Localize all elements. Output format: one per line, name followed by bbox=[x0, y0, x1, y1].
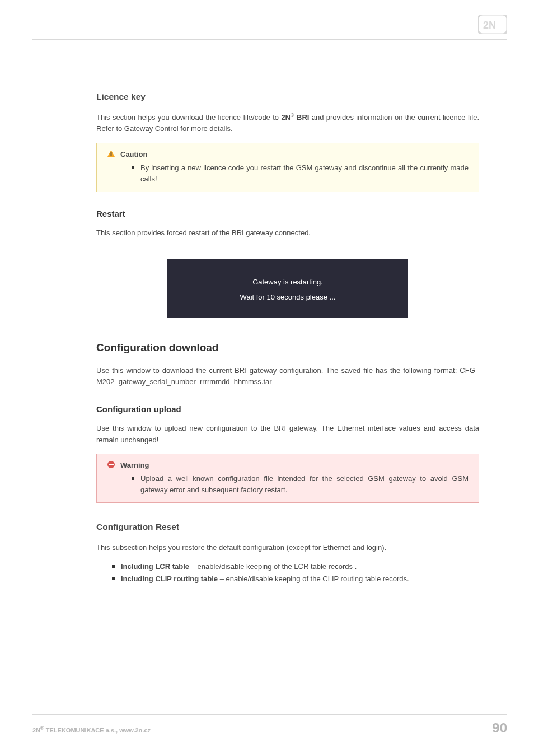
warning-item: Upload a well–known configuration file i… bbox=[140, 473, 471, 496]
page-number: 90 bbox=[492, 720, 507, 736]
list-item: Including LCR table – enable/disable kee… bbox=[121, 561, 479, 572]
restart-status-line2: Wait for 10 seconds please ... bbox=[173, 293, 402, 301]
caution-item: By inserting a new licence code you rest… bbox=[140, 162, 471, 185]
warning-heading: Warning bbox=[120, 460, 471, 471]
config-upload-paragraph: Use this window to upload new configurat… bbox=[96, 423, 479, 445]
svg-rect-3 bbox=[111, 155, 112, 156]
heading-licence-key: Licence key bbox=[96, 92, 479, 102]
restart-paragraph: This section provides forced restart of … bbox=[96, 227, 479, 239]
caution-heading: Caution bbox=[120, 149, 471, 160]
licence-key-paragraph: This section helps you download the lice… bbox=[96, 112, 479, 135]
warning-callout: Warning Upload a well–known configuratio… bbox=[96, 454, 479, 503]
config-download-paragraph: Use this window to download the current … bbox=[96, 365, 479, 388]
svg-text:2N: 2N bbox=[483, 20, 496, 31]
header-rule bbox=[32, 39, 507, 40]
brand-logo: 2N bbox=[478, 15, 507, 34]
list-item: Including CLIP routing table – enable/di… bbox=[121, 573, 479, 585]
warning-icon bbox=[107, 150, 115, 158]
caution-callout: Caution By inserting a new licence code … bbox=[96, 143, 479, 192]
heading-restart: Restart bbox=[96, 209, 479, 218]
no-entry-icon bbox=[107, 460, 115, 469]
heading-config-upload: Configuration upload bbox=[96, 404, 479, 414]
page-footer: 2N® TELEKOMUNIKACE a.s., www.2n.cz 90 bbox=[32, 714, 507, 736]
heading-config-download: Configuration download bbox=[96, 342, 479, 354]
svg-rect-5 bbox=[109, 464, 114, 465]
restart-status-line1: Gateway is restarting. bbox=[173, 278, 402, 286]
restart-status-panel: Gateway is restarting. Wait for 10 secon… bbox=[167, 259, 408, 318]
heading-config-reset: Configuration Reset bbox=[96, 522, 479, 532]
svg-rect-2 bbox=[111, 152, 112, 155]
config-reset-paragraph: This subsection helps you restore the de… bbox=[96, 542, 479, 553]
